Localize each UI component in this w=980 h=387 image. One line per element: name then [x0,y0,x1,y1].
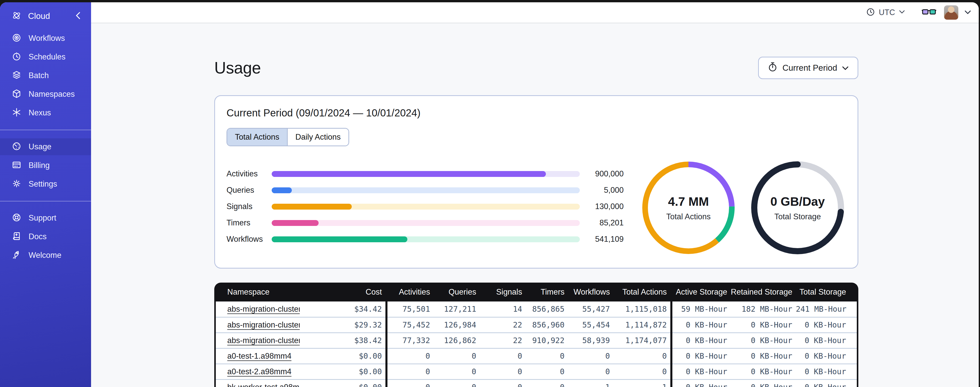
sidebar-item-nexus[interactable]: Nexus [0,104,91,121]
namespace-link[interactable]: a0-test-2.a98mm4 [227,367,291,376]
sidebar-item-label: Usage [29,142,51,151]
temporal-logo-icon [11,10,22,22]
feedback-glasses-icon[interactable] [921,7,936,18]
table-row: a0-test-2.a98mm4$0.000000000 KB-Hour0 KB… [216,364,857,379]
value-cell: 126,862 [434,333,480,348]
sidebar-item-schedules[interactable]: Schedules [0,48,91,66]
life-ring-icon [11,212,22,224]
timezone-label: UTC [879,8,895,17]
bar-label: Signals [226,202,272,211]
bar-track [272,171,580,177]
col-total-actions: Total Actions [614,283,671,301]
value-cell: 55,427 [568,301,614,317]
brand-label: Cloud [28,11,75,21]
value-cell: 1 [614,379,671,387]
sidebar-item-settings[interactable]: Settings [0,176,91,192]
tab-daily-actions[interactable]: Daily Actions [287,129,348,146]
sidebar-item-usage[interactable]: Usage [0,138,91,155]
col-queries: Queries [434,283,480,301]
col-cost: Cost [300,283,387,301]
period-selector-label: Current Period [782,63,837,73]
value-cell: 856,865 [526,301,568,317]
value-cell: 0 KB-Hour [796,348,857,364]
bar-row-signals: Signals 130,000 [226,198,624,215]
value-cell: $38.42 [300,333,387,348]
total-actions-caption: Total Actions [666,212,711,221]
namespace-link[interactable]: abs-migration-cluster-2.a98mm4 [227,320,300,329]
value-cell: 0 KB-Hour [671,333,731,348]
value-cell: 0 KB-Hour [796,317,857,333]
bar-track [272,220,580,226]
bar-value: 5,000 [580,186,624,195]
account-menu-chevron-icon[interactable] [964,10,972,16]
sidebar-item-docs[interactable]: Docs [0,228,91,245]
bar-label: Timers [226,218,272,227]
user-avatar[interactable] [944,5,958,20]
sidebar-item-support[interactable]: Support [0,209,91,226]
namespace-link[interactable]: abs-migration-cluster-1.a98mm4 [227,305,300,313]
bar-fill [272,204,352,209]
workflows-icon [11,32,22,44]
namespace-cell: abs-migration-cluster-2.a98mm4 [216,317,300,333]
value-cell: $0.00 [300,364,387,379]
book-icon [11,231,22,243]
total-storage-value: 0 GB/Day [770,195,825,209]
value-cell: $29.32 [300,317,387,333]
bar-track [272,204,580,209]
tab-total-actions[interactable]: Total Actions [227,129,287,146]
sidebar-item-workflows[interactable]: Workflows [0,30,91,47]
namespaces-icon [11,88,22,100]
value-cell: 182 MB-Hour [731,301,796,317]
value-cell: 0 KB-Hour [796,364,857,379]
table-header-row: Namespace Cost Activities Queries Signal… [216,283,857,301]
sidebar-item-label: Namespaces [29,90,75,99]
value-cell: 1,114,872 [614,317,671,333]
main-area: UTC Usage Current Peri [91,2,979,387]
namespace-link[interactable]: bk-worker-test.a98mm4 [227,383,300,387]
period-selector-button[interactable]: Current Period [758,57,858,79]
sidebar-item-welcome[interactable]: Welcome [0,247,91,264]
bar-value: 541,109 [580,235,624,244]
namespace-link[interactable]: a0-test-1.a98mm4 [227,352,291,360]
namespace-cell: abs-migration-cluster-1.a98mm4 [216,301,300,317]
page-title: Usage [214,58,261,77]
sidebar-item-billing[interactable]: Billing [0,157,91,174]
value-cell: 0 [526,364,568,379]
sidebar-item-batch[interactable]: Batch [0,67,91,84]
collapse-sidebar-icon[interactable] [75,10,81,22]
value-cell: 75,452 [387,317,434,333]
brand-row[interactable]: Cloud [0,2,91,30]
sidebar-item-label: Batch [29,71,49,80]
value-cell: 1 [568,379,614,387]
sidebar-divider [0,201,91,201]
namespace-link[interactable]: abs-migration-cluster-3.a98mm4 [227,336,300,345]
value-cell: 0 KB-Hour [671,364,731,379]
nexus-icon [11,107,22,119]
usage-table-body: abs-migration-cluster-1.a98mm4$34.4275,5… [216,301,857,387]
value-cell: 1,115,018 [614,301,671,317]
sidebar: Cloud Workflows Schedules Batch Namespac… [0,2,91,387]
gear-icon [11,178,22,190]
value-cell: 126,984 [434,317,480,333]
value-cell: 75,501 [387,301,434,317]
value-cell: 0 KB-Hour [731,333,796,348]
value-cell: 0 [387,379,434,387]
value-cell: $34.42 [300,301,387,317]
sidebar-item-namespaces[interactable]: Namespaces [0,86,91,102]
content: Usage Current Period Current Period (09/… [214,23,858,387]
namespace-cell: abs-migration-cluster-3.a98mm4 [216,333,300,348]
value-cell: 14 [480,301,526,317]
batch-icon [11,70,22,82]
table-row: abs-migration-cluster-1.a98mm4$34.4275,5… [216,301,857,317]
sidebar-item-label: Docs [29,232,47,241]
namespace-cell: bk-worker-test.a98mm4 [216,379,300,387]
sidebar-nav-help: Support Docs Welcome [0,209,91,265]
table-row: abs-migration-cluster-3.a98mm4$38.4277,3… [216,333,857,348]
topbar: UTC [91,2,979,23]
timezone-selector[interactable]: UTC [866,7,905,18]
table-row: a0-test-1.a98mm4$0.000000000 KB-Hour0 KB… [216,348,857,364]
value-cell: 0 [568,348,614,364]
col-signals: Signals [480,283,526,301]
schedules-icon [11,51,22,63]
value-cell: 0 [614,364,671,379]
